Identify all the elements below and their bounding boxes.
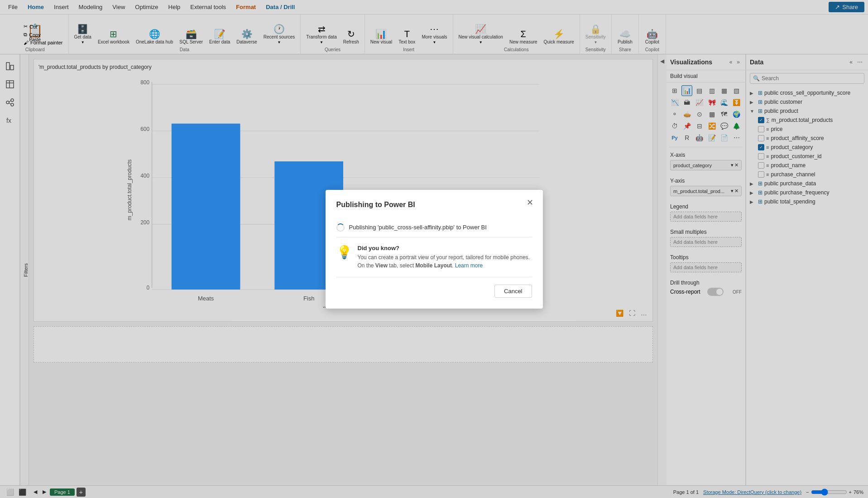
- publishing-text: Publishing 'public_cross-sell-affinity.p…: [349, 224, 487, 231]
- dyk-title: Did you know?: [358, 245, 532, 251]
- cancel-button[interactable]: Cancel: [494, 285, 532, 298]
- modal-overlay: Publishing to Power BI ✕ Publishing 'pub…: [0, 0, 868, 498]
- did-you-know-section: 💡 Did you know? You can create a portrai…: [336, 237, 532, 277]
- publishing-modal: Publishing to Power BI ✕ Publishing 'pub…: [326, 190, 543, 309]
- modal-actions: Cancel: [336, 277, 532, 298]
- publishing-status-row: Publishing 'public_cross-sell-affinity.p…: [336, 218, 532, 237]
- modal-title: Publishing to Power BI: [336, 201, 532, 209]
- learn-more-link[interactable]: Learn more: [455, 262, 483, 269]
- publishing-spinner: [336, 223, 345, 232]
- dyk-text: You can create a portrait view of your r…: [358, 253, 532, 270]
- lightbulb-icon: 💡: [336, 245, 352, 260]
- modal-close-button[interactable]: ✕: [525, 197, 536, 208]
